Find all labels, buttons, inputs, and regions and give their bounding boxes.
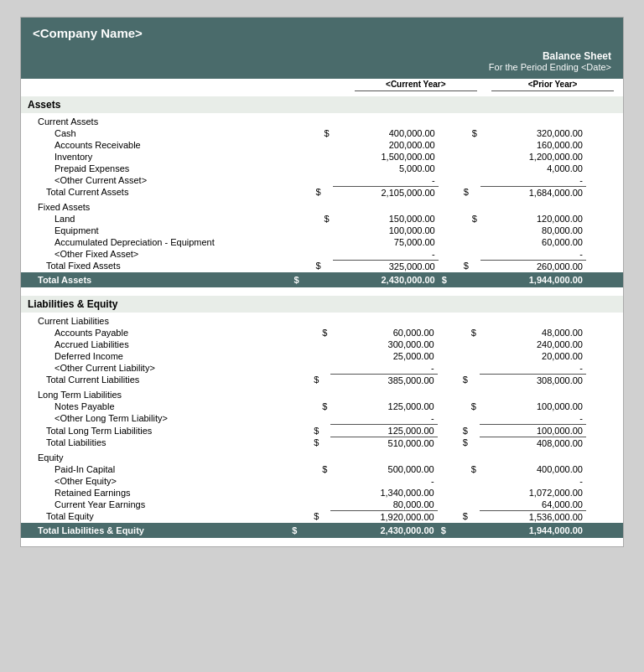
total-liabilities-row: Total Liabilities $ 510,000.00 $ 408,000… xyxy=(21,437,623,449)
column-headers: <Current Year> <Prior Year> xyxy=(21,79,623,96)
table-row: Prepaid Expenses 5,000.00 4,000.00 xyxy=(21,163,623,174)
col-header-prior: <Prior Year> xyxy=(491,79,613,91)
assets-table: Assets Current Assets Cash $ 400,000.00 … xyxy=(21,96,623,296)
table-row: Equipment 100,000.00 80,000.00 xyxy=(21,225,623,236)
table-row: <Other Current Asset> - - xyxy=(21,174,623,187)
table-row: Accumulated Depreciation - Equipment 75,… xyxy=(21,236,623,248)
table-row: Accounts Receivable 200,000.00 160,000.0… xyxy=(21,139,623,151)
table-row: Paid-In Capital $ 500,000.00 $ 400,000.0… xyxy=(21,463,623,475)
col-header-current: <Current Year> xyxy=(355,79,476,91)
company-name: <Company Name> xyxy=(33,26,143,40)
assets-label: Assets xyxy=(21,96,623,113)
table-row: Retained Earnings 1,340,000.00 1,072,000… xyxy=(21,487,623,499)
current-liabilities-header: Current Liabilities xyxy=(21,313,623,327)
table-row: <Other Equity> - - xyxy=(21,475,623,487)
liabilities-section-header: Liabilities & Equity xyxy=(21,296,623,313)
company-name-header: <Company Name> xyxy=(21,18,623,49)
table-row: <Other Long Term Liability> - - xyxy=(21,412,623,425)
table-row: Inventory 1,500,000.00 1,200,000.00 xyxy=(21,151,623,163)
total-assets-row: Total Assets $ 2,430,000.00 $ 1,944,000.… xyxy=(21,272,623,287)
total-current-assets-row: Total Current Assets $ 2,105,000.00 $ 1,… xyxy=(21,186,623,199)
long-term-liabilities-header: Long Term Liabilities xyxy=(21,386,623,401)
equity-header: Equity xyxy=(21,449,623,463)
report-period: For the Period Ending <Date> xyxy=(33,62,611,72)
total-liabilities-equity-row: Total Liabilities & Equity $ 2,430,000.0… xyxy=(21,523,623,538)
liabilities-table: Liabilities & Equity Current Liabilities… xyxy=(21,296,623,546)
total-fixed-assets-row: Total Fixed Assets $ 325,000.00 $ 260,00… xyxy=(21,260,623,272)
table-row: Cash $ 400,000.00 $ 320,000.00 xyxy=(21,127,623,139)
assets-section-header: Assets xyxy=(21,96,623,113)
report-title-block: Balance Sheet For the Period Ending <Dat… xyxy=(21,49,623,79)
report-title: Balance Sheet xyxy=(33,50,611,62)
total-equity-row: Total Equity $ 1,920,000.00 $ 1,536,000.… xyxy=(21,510,623,523)
table-row: Accrued Liabilities 300,000.00 240,000.0… xyxy=(21,339,623,350)
total-current-liabilities-row: Total Current Liabilities $ 385,000.00 $… xyxy=(21,374,623,386)
table-row: <Other Fixed Asset> - - xyxy=(21,248,623,261)
current-year-earnings-row: Current Year Earnings 80,000.00 64,000.0… xyxy=(21,499,623,511)
table-row: <Other Current Liability> - - xyxy=(21,362,623,375)
current-assets-header: Current Assets xyxy=(21,113,623,127)
table-row: Land $ 150,000.00 $ 120,000.00 xyxy=(21,213,623,225)
fixed-assets-header: Fixed Assets xyxy=(21,199,623,213)
table-row: Accounts Payable $ 60,000.00 $ 48,000.00 xyxy=(21,327,623,339)
table-row: Deferred Income 25,000.00 20,000.00 xyxy=(21,350,623,362)
table-row: Notes Payable $ 125,000.00 $ 100,000.00 xyxy=(21,401,623,412)
balance-sheet: <Company Name> Balance Sheet For the Per… xyxy=(20,17,624,547)
total-lt-liabilities-row: Total Long Term Liabilities $ 125,000.00… xyxy=(21,424,623,437)
